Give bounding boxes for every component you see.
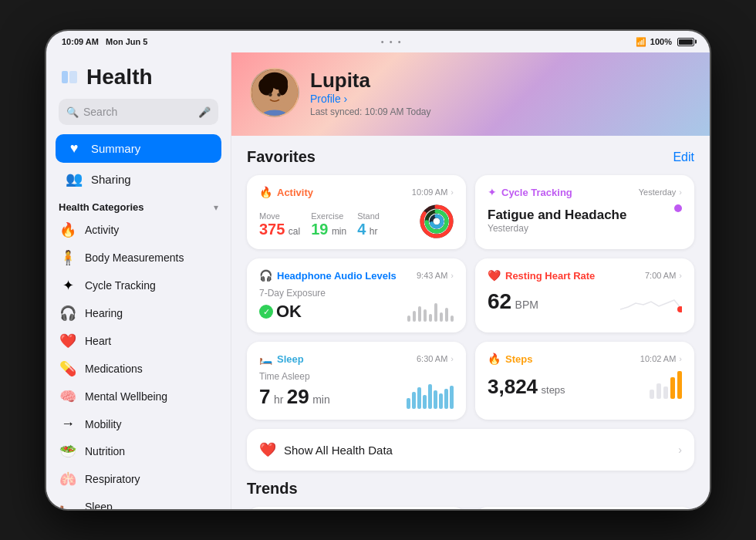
respiratory-icon: 🫁 bbox=[59, 471, 77, 488]
activity-ring bbox=[420, 204, 454, 238]
headphone-chevron: › bbox=[451, 271, 454, 280]
headphone-icon: 🎧 bbox=[259, 269, 272, 282]
headphone-time: 9:43 AM bbox=[417, 271, 447, 280]
favorites-title: Favorites bbox=[247, 148, 316, 166]
steps-unit: steps bbox=[542, 384, 565, 396]
exercise-unit: min bbox=[332, 226, 346, 237]
sidebar-item-activity[interactable]: 🔥 Activity bbox=[46, 216, 231, 244]
medications-icon: 💊 bbox=[59, 360, 77, 377]
sleep-card[interactable]: 🛏️ Sleep 6:30 AM › Time Asleep bbox=[247, 342, 466, 420]
microphone-icon[interactable]: 🎤 bbox=[198, 106, 211, 118]
sidebar-item-body-measurements[interactable]: 🧍 Body Measurements bbox=[46, 244, 231, 272]
audio-level-bars bbox=[407, 297, 454, 322]
heart-rate-chevron: › bbox=[679, 271, 682, 280]
ipad-device: 10:09 AM Mon Jun 5 • • • 📶 100% bbox=[46, 31, 710, 509]
move-label: Move bbox=[259, 211, 300, 221]
steps-title: Steps bbox=[505, 353, 532, 365]
steps-value: 3,824 bbox=[488, 375, 538, 398]
ok-checkmark: ✓ bbox=[259, 305, 273, 319]
main-content: Lupita Profile › Last synced: 10:09 AM T… bbox=[231, 52, 710, 509]
status-indicators: 📶 100% bbox=[636, 37, 694, 47]
sleep-label: Time Asleep bbox=[259, 371, 330, 382]
svg-point-8 bbox=[268, 93, 272, 96]
cycle-card-time: Yesterday bbox=[639, 187, 677, 197]
heart-bpm-unit: BPM bbox=[515, 299, 538, 311]
svg-point-9 bbox=[277, 93, 281, 96]
steps-icon: 🔥 bbox=[488, 353, 501, 365]
status-bar: 10:09 AM Mon Jun 5 • • • 📶 100% bbox=[46, 31, 710, 52]
sleep-card-icon: 🛏️ bbox=[259, 353, 272, 365]
trends-title: Trends bbox=[247, 480, 298, 498]
sleep-mins-unit: min bbox=[312, 393, 330, 406]
cycle-card-title: Cycle Tracking bbox=[501, 187, 572, 198]
wifi-icon: 📶 bbox=[636, 37, 646, 47]
cycle-card-icon: ✦ bbox=[488, 186, 497, 198]
steps-time: 10:02 AM bbox=[640, 354, 676, 363]
sidebar: Health 🔍 Search 🎤 ♥ Summary 👥 Sharing He… bbox=[46, 52, 231, 509]
cycle-card[interactable]: ✦ Cycle Tracking Yesterday › Fatigue and… bbox=[475, 175, 694, 249]
sidebar-item-cycle-tracking[interactable]: ✦ Cycle Tracking bbox=[46, 272, 231, 299]
steps-card[interactable]: 🔥 Steps 10:02 AM › 3,824 steps bbox=[475, 342, 694, 420]
health-categories-title: Health Categories bbox=[59, 201, 144, 213]
sidebar-item-summary[interactable]: ♥ Summary bbox=[56, 134, 221, 163]
activity-card-chevron: › bbox=[451, 187, 454, 197]
exposure-label: 7-Day Exposure bbox=[259, 288, 326, 299]
activity-card-icon: 🔥 bbox=[259, 186, 272, 198]
stand-value: 4 bbox=[357, 221, 366, 238]
show-all-heart-icon: ❤️ bbox=[259, 441, 276, 458]
search-placeholder: Search bbox=[83, 106, 117, 118]
trend-heart-rate-card[interactable]: ❤️ Walking Heart Rate Average › bbox=[475, 507, 694, 509]
battery-icon bbox=[677, 38, 694, 46]
sidebar-item-respiratory[interactable]: 🫁 Respiratory bbox=[46, 465, 231, 493]
sidebar-item-hearing[interactable]: 🎧 Hearing bbox=[46, 299, 231, 327]
search-bar[interactable]: 🔍 Search 🎤 bbox=[59, 99, 218, 125]
activity-card-title: Activity bbox=[277, 187, 313, 198]
headphone-title: Headphone Audio Levels bbox=[277, 270, 397, 282]
favorites-section: Favorites Edit 🔥 Activity 10:09 A bbox=[231, 136, 710, 509]
activity-card[interactable]: 🔥 Activity 10:09 AM › Move bbox=[247, 175, 466, 249]
sleep-hours-unit: hr bbox=[274, 393, 283, 406]
sidebar-item-sleep[interactable]: 🛏️ Sleep bbox=[46, 493, 231, 509]
battery-percentage: 100% bbox=[650, 37, 672, 46]
sidebar-item-mental-wellbeing[interactable]: 🧠 Mental Wellbeing bbox=[46, 383, 231, 410]
edit-button[interactable]: Edit bbox=[673, 150, 694, 164]
sleep-time: 6:30 AM bbox=[417, 354, 447, 363]
cycle-card-chevron: › bbox=[679, 187, 682, 197]
sharing-label: Sharing bbox=[91, 173, 131, 186]
app-title: Health bbox=[86, 65, 153, 89]
avatar bbox=[250, 68, 299, 117]
summary-icon: ♥ bbox=[65, 140, 83, 157]
profile-link[interactable]: Profile › bbox=[310, 93, 431, 105]
show-all-health-data[interactable]: ❤️ Show All Health Data › bbox=[247, 429, 694, 471]
sidebar-toggle-button[interactable] bbox=[59, 66, 80, 88]
stand-label: Stand bbox=[357, 211, 380, 221]
trend-exercise-card[interactable]: 🔥 Exercise Minutes bbox=[247, 507, 466, 509]
headphone-card[interactable]: 🎧 Headphone Audio Levels 9:43 AM › 7-Day… bbox=[247, 258, 466, 332]
chevron-down-icon: ▾ bbox=[214, 202, 218, 213]
svg-rect-1 bbox=[69, 71, 77, 83]
move-value: 375 bbox=[259, 221, 285, 238]
ok-status: OK bbox=[276, 302, 302, 322]
sidebar-item-medications[interactable]: 💊 Medications bbox=[46, 355, 231, 383]
sidebar-item-heart[interactable]: ❤️ Heart bbox=[46, 327, 231, 355]
heart-rate-icon: ❤️ bbox=[488, 269, 501, 282]
sidebar-item-nutrition[interactable]: 🥗 Nutrition bbox=[46, 437, 231, 465]
sleep-hours: 7 bbox=[259, 385, 270, 408]
heart-bpm-value: 62 bbox=[488, 289, 511, 313]
heart-rate-card[interactable]: ❤️ Resting Heart Rate 7:00 AM › 62 bbox=[475, 258, 694, 332]
cycle-icon: ✦ bbox=[59, 277, 77, 294]
health-categories-header[interactable]: Health Categories ▾ bbox=[46, 195, 231, 216]
sidebar-item-sharing[interactable]: 👥 Sharing bbox=[56, 164, 221, 194]
profile-header: Lupita Profile › Last synced: 10:09 AM T… bbox=[231, 52, 710, 136]
status-time: 10:09 AM Mon Jun 5 bbox=[62, 37, 147, 46]
show-all-chevron: › bbox=[678, 444, 682, 456]
sharing-icon: 👥 bbox=[65, 170, 83, 187]
body-icon: 🧍 bbox=[59, 249, 77, 266]
svg-point-18 bbox=[677, 306, 682, 312]
summary-label: Summary bbox=[91, 142, 140, 155]
nutrition-icon: 🥗 bbox=[59, 443, 77, 460]
sidebar-item-mobility[interactable]: → Mobility bbox=[46, 410, 231, 437]
sleep-icon: 🛏️ bbox=[59, 498, 77, 509]
cycle-date: Yesterday bbox=[488, 223, 626, 234]
profile-info: Lupita Profile › Last synced: 10:09 AM T… bbox=[310, 69, 431, 117]
